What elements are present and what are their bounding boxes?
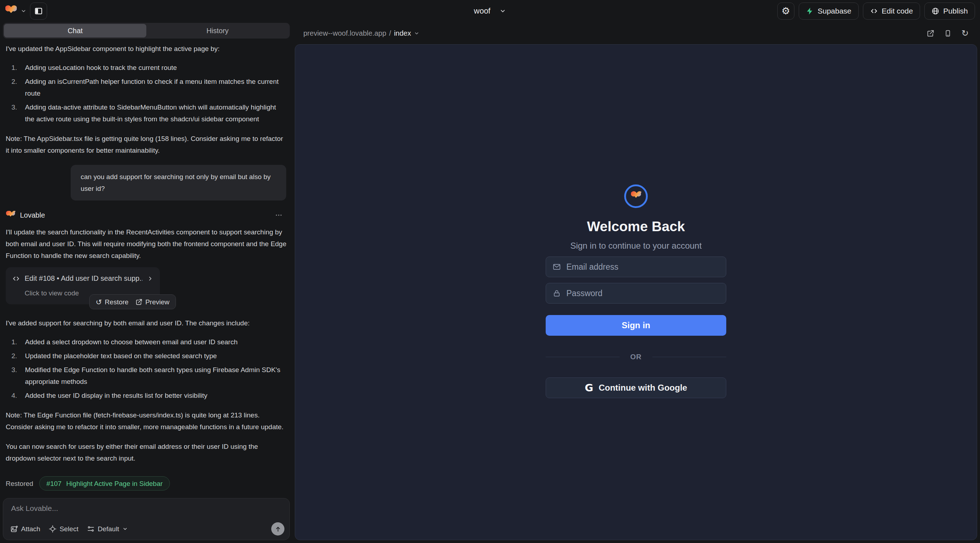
- restore-button[interactable]: ↺ Restore: [95, 296, 129, 308]
- preview-iframe: Welcome Back Sign in to continue to your…: [295, 44, 977, 540]
- select-button[interactable]: Select: [49, 525, 78, 533]
- attach-label: Attach: [21, 525, 40, 533]
- supabase-label: Supabase: [818, 7, 851, 15]
- chevron-right-icon: [147, 275, 153, 282]
- project-name: woof: [474, 6, 490, 16]
- mail-icon: [552, 263, 561, 271]
- settings-button[interactable]: ⚙: [777, 3, 794, 20]
- select-label: Select: [60, 525, 78, 533]
- project-switcher[interactable]: woof: [474, 6, 506, 16]
- password-field[interactable]: Password: [546, 283, 726, 303]
- tab-history[interactable]: History: [146, 24, 289, 38]
- list-item: Added the user ID display in the results…: [25, 390, 287, 402]
- sidebar-toggle-button[interactable]: [30, 3, 47, 20]
- code-icon: [12, 275, 20, 283]
- list-item: Updated the placeholder text based on th…: [25, 350, 287, 362]
- lovable-avatar-icon: [6, 211, 15, 220]
- assistant-paragraph: You can now search for users by either t…: [6, 441, 287, 464]
- preview-button[interactable]: Preview: [135, 296, 170, 308]
- password-placeholder: Password: [566, 289, 602, 298]
- publish-button[interactable]: Publish: [924, 3, 975, 20]
- lock-icon: [552, 289, 561, 297]
- list-item: Adding an isCurrentPath helper function …: [25, 76, 287, 99]
- email-field[interactable]: Email address: [546, 257, 726, 277]
- mode-label: Default: [98, 525, 119, 533]
- assistant-paragraph: I've added support for searching by both…: [6, 317, 287, 329]
- edit-code-label: Edit code: [882, 7, 913, 15]
- supabase-button[interactable]: Supabase: [799, 3, 859, 20]
- chat-panel: Chat History I've updated the AppSidebar…: [3, 23, 290, 540]
- chat-messages: I've updated the AppSidebar component to…: [3, 38, 290, 493]
- open-in-new-tab-icon[interactable]: [927, 30, 934, 37]
- page-subtitle: Sign in to continue to your account: [546, 241, 726, 251]
- assistant-paragraph: I'll update the search functionality in …: [6, 226, 287, 262]
- tab-chat[interactable]: Chat: [4, 24, 146, 38]
- sliders-icon: [87, 525, 95, 533]
- refresh-icon[interactable]: ↻: [961, 29, 969, 38]
- panel-left-icon: [34, 7, 43, 15]
- edit-card-wrapper: Edit #108 • Add user ID search supp... C…: [6, 267, 287, 309]
- assistant-name: Lovable: [20, 210, 45, 221]
- chevron-down-icon[interactable]: [414, 31, 419, 36]
- lovable-logo-icon[interactable]: [5, 5, 17, 17]
- publish-label: Publish: [943, 7, 968, 15]
- external-link-icon: [135, 298, 142, 305]
- or-divider: OR: [546, 353, 726, 361]
- sign-in-button[interactable]: Sign in: [546, 315, 726, 336]
- google-label: Continue with Google: [598, 383, 687, 393]
- supabase-icon: [806, 7, 814, 15]
- preview-panel: preview--woof.lovable.app/ index ↻ Welco…: [295, 23, 977, 540]
- code-icon: [870, 7, 878, 15]
- assistant-paragraph: I've updated the AppSidebar component to…: [6, 43, 287, 55]
- heart-logo-icon: [631, 191, 641, 201]
- gear-icon: ⚙: [781, 6, 790, 16]
- list-item: Adding useLocation hook to track the cur…: [25, 62, 287, 73]
- chevron-down-icon: [123, 526, 128, 532]
- app-logo: [624, 184, 648, 208]
- preview-url-bar: preview--woof.lovable.app/ index ↻: [295, 23, 977, 43]
- locate-icon: [49, 525, 56, 533]
- restore-icon: ↺: [95, 298, 102, 306]
- edit-actions-bar: ↺ Restore Preview: [89, 294, 176, 309]
- user-message-text: can you add support for searching not on…: [81, 173, 270, 192]
- chevron-down-icon[interactable]: [21, 8, 26, 14]
- mode-selector[interactable]: Default: [87, 525, 128, 533]
- version-title: Highlight Active Page in Sidebar: [66, 478, 162, 489]
- assistant-header: Lovable: [6, 210, 287, 221]
- version-number: #107: [46, 478, 61, 489]
- send-button[interactable]: [271, 522, 285, 535]
- restored-label: Restored: [6, 478, 33, 489]
- email-placeholder: Email address: [566, 262, 619, 272]
- or-label: OR: [630, 353, 642, 361]
- chevron-down-icon: [500, 8, 506, 14]
- assistant-list: Added a select dropdown to choose betwee…: [6, 336, 287, 402]
- edit-card-title: Edit #108 • Add user ID search supp...: [25, 273, 142, 284]
- mobile-view-icon[interactable]: [944, 30, 951, 37]
- preview-url-page[interactable]: index: [394, 29, 411, 38]
- list-item: Added a select dropdown to choose betwee…: [25, 336, 287, 348]
- signin-card: Welcome Back Sign in to continue to your…: [546, 184, 726, 398]
- google-sign-in-button[interactable]: G Continue with Google: [546, 378, 726, 398]
- assistant-list: Adding useLocation hook to track the cur…: [6, 62, 287, 125]
- composer-input[interactable]: Ask Lovable...: [11, 504, 282, 513]
- restore-label: Restore: [105, 296, 129, 308]
- edit-code-button[interactable]: Edit code: [863, 3, 920, 20]
- list-item: Modified the Edge Function to handle bot…: [25, 364, 287, 387]
- assistant-note: Note: The AppSidebar.tsx file is getting…: [6, 133, 287, 156]
- preview-label: Preview: [145, 296, 170, 308]
- assistant-note: Note: The Edge Function file (fetch-fire…: [6, 409, 287, 433]
- composer[interactable]: Ask Lovable... Attach Select Default: [3, 498, 290, 540]
- globe-icon: [931, 7, 939, 15]
- restored-version-chip[interactable]: #107 Highlight Active Page in Sidebar: [39, 476, 170, 491]
- more-options-icon[interactable]: [275, 211, 283, 219]
- top-bar: woof ⚙ Supabase Edit code Publish: [0, 0, 980, 22]
- attach-button[interactable]: Attach: [10, 525, 40, 533]
- chat-history-tabs: Chat History: [3, 23, 290, 38]
- user-message-bubble: can you add support for searching not on…: [71, 165, 286, 200]
- restored-row: Restored #107 Highlight Active Page in S…: [6, 476, 287, 491]
- preview-url-host: preview--woof.lovable.app/: [303, 29, 391, 38]
- page-title: Welcome Back: [546, 219, 726, 234]
- arrow-up-icon: [275, 526, 281, 532]
- image-plus-icon: [10, 525, 18, 533]
- list-item: Adding data-active attribute to SidebarM…: [25, 101, 287, 125]
